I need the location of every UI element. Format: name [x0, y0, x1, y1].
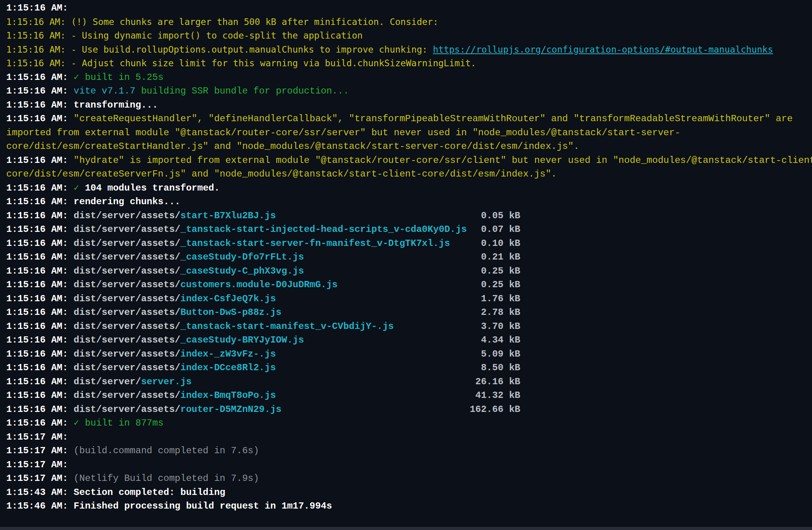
timestamp: 1:15:16 AM:	[6, 113, 74, 124]
file-name: server.js	[141, 376, 192, 387]
log-text: transforming...	[74, 100, 158, 110]
file-path: dist/server/assets/	[74, 293, 181, 304]
log-line: 1:15:16 AM: ✓ 104 modules transformed.	[6, 181, 806, 195]
chunk-warning-text: 1:15:16 AM: (!) Some chunks are larger t…	[6, 17, 438, 27]
log-line: 1:15:16 AM: dist/server/assets/_caseStud…	[6, 264, 806, 278]
timestamp: 1:15:16 AM:	[6, 279, 74, 290]
success-text: ✓ built in 5.25s	[74, 72, 163, 83]
timestamp: 1:15:16 AM:	[6, 183, 74, 193]
log-line: 1:15:16 AM: "createRequestHandler", "def…	[6, 112, 806, 126]
timestamp: 1:15:17 AM:	[6, 459, 68, 470]
log-line: 1:15:16 AM: dist/server/assets/_tanstack…	[6, 320, 806, 334]
timestamp: 1:15:16 AM:	[6, 3, 68, 13]
log-line: 1:15:16 AM: vite v7.1.7 building SSR bun…	[6, 84, 806, 98]
file-name: _tanstack-start-manifest_v-CVbdijY-.js	[180, 321, 394, 332]
file-path: dist/server/assets/	[74, 307, 181, 318]
log-line: 1:15:16 AM: ✓ built in 877ms	[6, 416, 806, 430]
timestamp: 1:15:16 AM:	[6, 293, 74, 304]
timestamp: 1:15:46 AM:	[6, 501, 74, 511]
timestamp: 1:15:17 AM:	[6, 473, 74, 484]
file-size: 5.09 kB	[396, 347, 520, 361]
file-size: 26.16 kB	[396, 375, 520, 389]
log-line: 1:15:16 AM: dist/server/assets/_caseStud…	[6, 333, 806, 347]
timestamp: 1:15:16 AM:	[6, 362, 74, 373]
log-line: 1:15:16 AM: dist/server/assets/customers…	[6, 278, 806, 292]
log-line: 1:15:16 AM: dist/server/assets/start-B7X…	[6, 209, 806, 223]
log-line: 1:15:16 AM: (!) Some chunks are larger t…	[6, 15, 806, 29]
file-size: 2.78 kB	[396, 306, 520, 320]
log-line: 1:15:16 AM: dist/server/server.js26.16 k…	[6, 375, 806, 389]
log-line: 1:15:16 AM: dist/server/assets/router-D5…	[6, 403, 806, 417]
file-path: dist/server/assets/	[74, 335, 181, 345]
log-line: 1:15:16 AM: dist/server/assets/_caseStud…	[6, 250, 806, 264]
info-text: (Netlify Build completed in 7.9s)	[74, 473, 259, 484]
warning-text: "createRequestHandler", "defineHandlerCa…	[74, 113, 793, 124]
file-size: 1.76 kB	[396, 292, 520, 306]
log-line: 1:15:17 AM:	[6, 430, 806, 444]
log-line: 1:15:43 AM: Section completed: building	[6, 486, 806, 500]
timestamp: 1:15:16 AM:	[6, 224, 74, 235]
timestamp: 1:15:16 AM:	[6, 155, 74, 166]
file-name: index-DCce8Rl2.js	[180, 362, 276, 373]
file-size: 41.32 kB	[396, 389, 520, 403]
success-text: ✓	[74, 183, 85, 193]
timestamp: 1:15:17 AM:	[6, 445, 74, 456]
file-size: 4.34 kB	[396, 333, 520, 347]
log-line: 1:15:16 AM: dist/server/assets/_tanstack…	[6, 223, 806, 237]
log-line: 1:15:16 AM: dist/server/assets/index-Csf…	[6, 292, 806, 306]
warning-text: core/dist/esm/createStartHandler.js" and…	[6, 141, 579, 152]
log-text: Section completed: building	[74, 487, 225, 498]
timestamp: 1:15:16 AM:	[6, 210, 74, 221]
build-log: 1:15:16 AM:1:15:16 AM: (!) Some chunks a…	[0, 0, 812, 527]
rollup-docs-link[interactable]: https://rollupjs.org/configuration-optio…	[433, 44, 773, 55]
file-size: 8.50 kB	[396, 361, 520, 375]
file-name: _caseStudy-BRYJyIOW.js	[180, 335, 304, 345]
timestamp: 1:15:17 AM:	[6, 432, 68, 442]
info-text: (build.command completed in 7.6s)	[74, 445, 259, 456]
file-path: dist/server/assets/	[74, 252, 181, 262]
file-name: router-D5MZnN29.js	[180, 404, 281, 415]
file-path: dist/server/	[74, 376, 141, 387]
chunk-warning-text: 1:15:16 AM: - Adjust chunk size limit fo…	[6, 58, 476, 68]
file-path: dist/server/assets/	[74, 210, 181, 221]
timestamp: 1:15:16 AM:	[6, 418, 74, 428]
log-text: 104 modules transformed.	[85, 183, 220, 193]
file-size: 0.21 kB	[396, 250, 520, 264]
timestamp: 1:15:16 AM:	[6, 376, 74, 387]
warning-text: "hydrate" is imported from external modu…	[74, 155, 812, 166]
timestamp: 1:15:16 AM:	[6, 196, 74, 207]
file-size: 0.25 kB	[396, 264, 520, 278]
file-name: customers.module-D0JuDRmG.js	[180, 279, 337, 290]
file-path: dist/server/assets/	[74, 266, 181, 276]
file-path: dist/server/assets/	[74, 224, 181, 235]
warning-text: core/dist/esm/createServerFn.js" and "no…	[6, 169, 557, 179]
log-line: 1:15:16 AM: transforming...	[6, 98, 806, 112]
log-line: 1:15:16 AM: - Adjust chunk size limit fo…	[6, 57, 806, 71]
log-line: core/dist/esm/createServerFn.js" and "no…	[6, 167, 806, 181]
log-line: 1:15:16 AM: dist/server/assets/index-DCc…	[6, 361, 806, 375]
file-size: 0.10 kB	[396, 237, 520, 251]
log-line: 1:15:17 AM: (build.command completed in …	[6, 444, 806, 458]
success-text: building SSR bundle for production...	[141, 86, 349, 96]
timestamp: 1:15:16 AM:	[6, 335, 74, 345]
file-name: index-CsfJeQ7k.js	[180, 293, 276, 304]
file-path: dist/server/assets/	[74, 238, 181, 249]
file-path: dist/server/assets/	[74, 404, 181, 415]
file-name: _caseStudy-Dfo7rFLt.js	[180, 252, 304, 262]
log-line: 1:15:17 AM: (Netlify Build completed in …	[6, 472, 806, 486]
warning-text: imported from external module "@tanstack…	[6, 127, 680, 138]
log-line: 1:15:16 AM: dist/server/assets/Button-Dw…	[6, 306, 806, 320]
timestamp: 1:15:16 AM:	[6, 307, 74, 318]
success-text: ✓ built in 877ms	[74, 418, 163, 428]
file-name: start-B7Xlu2BJ.js	[180, 210, 276, 221]
log-line: 1:15:16 AM: ✓ built in 5.25s	[6, 71, 806, 85]
file-size: 0.05 kB	[396, 209, 520, 223]
file-size: 0.25 kB	[396, 278, 520, 292]
file-name: _caseStudy-C_phX3vg.js	[180, 266, 304, 276]
log-line: 1:15:17 AM:	[6, 458, 806, 472]
chunk-warning-text: 1:15:16 AM: - Using dynamic import() to …	[6, 30, 363, 41]
timestamp: 1:15:16 AM:	[6, 238, 74, 249]
timestamp: 1:15:16 AM:	[6, 349, 74, 359]
timestamp: 1:15:16 AM:	[6, 252, 74, 262]
timestamp: 1:15:43 AM:	[6, 487, 74, 498]
